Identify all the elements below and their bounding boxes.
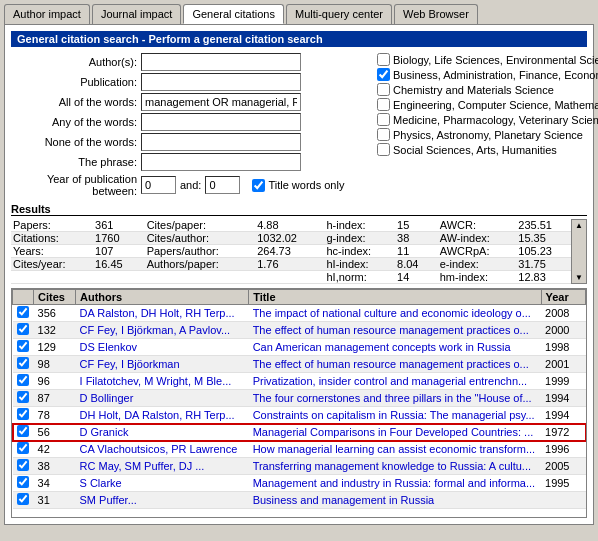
aw-index-label: AW-index: [438,232,517,245]
checkbox-engineering-label: Engineering, Computer Science, Mathemati… [393,99,598,111]
tab-general-citations[interactable]: General citations [183,4,284,24]
checkbox-business-label: Business, Administration, Finance, Econo… [393,69,598,81]
row-authors[interactable]: DH Holt, DA Ralston, RH Terp... [76,407,249,424]
citations-table-container: Cites Authors Title Year 356 DA Ralston,… [11,288,587,518]
row-authors[interactable]: I Filatotchev, M Wright, M Ble... [76,373,249,390]
subject-checkboxes: Biology, Life Sciences, Environmental Sc… [377,53,587,199]
tab-multi-query[interactable]: Multi-query center [286,4,392,24]
row-title[interactable]: Constraints on capitalism in Russia: The… [249,407,541,424]
hi-norm-value: 14 [395,271,438,284]
row-cites: 96 [34,373,76,390]
authors-paper-label: Authors/paper: [145,258,256,271]
row-year: 1999 [541,373,585,390]
col-header-year[interactable]: Year [541,290,585,305]
hi-index-value: 8.04 [395,258,438,271]
row-checkbox[interactable] [17,493,29,505]
row-checkbox-cell [13,492,34,509]
row-authors[interactable]: D Bollinger [76,390,249,407]
row-year: 2008 [541,305,585,322]
hi-norm-label: hI,norm: [324,271,395,284]
row-title[interactable]: The effect of human resource management … [249,322,541,339]
row-title[interactable]: The impact of national culture and econo… [249,305,541,322]
title-words-checkbox[interactable] [252,179,265,192]
author-label: Author(s): [11,56,141,68]
row-cites: 34 [34,475,76,492]
phrase-input[interactable] [141,153,301,171]
any-words-input[interactable] [141,113,301,131]
citations-value: 1760 [93,232,145,245]
scroll-down-icon[interactable]: ▼ [575,273,583,282]
row-checkbox-cell [13,424,34,441]
row-cites: 98 [34,356,76,373]
row-authors[interactable]: DS Elenkov [76,339,249,356]
row-checkbox[interactable] [17,323,29,335]
row-authors[interactable]: RC May, SM Puffer, DJ ... [76,458,249,475]
row-checkbox[interactable] [17,340,29,352]
hi-index-label: hI-index: [324,258,395,271]
row-checkbox[interactable] [17,306,29,318]
table-row: 98 CF Fey, I Bjöorkman The effect of hum… [13,356,586,373]
row-checkbox[interactable] [17,374,29,386]
year-to-input[interactable] [205,176,240,194]
row-checkbox[interactable] [17,425,29,437]
row-authors[interactable]: S Clarke [76,475,249,492]
row-checkbox[interactable] [17,442,29,454]
row-cites: 56 [34,424,76,441]
year-and-label: and: [176,179,205,191]
row-checkbox-cell [13,458,34,475]
row-title[interactable]: The effect of human resource management … [249,356,541,373]
section-title: General citation search - Perform a gene… [11,31,587,47]
row-checkbox-cell [13,356,34,373]
col-header-authors[interactable]: Authors [76,290,249,305]
checkbox-social[interactable] [377,143,390,156]
row-authors[interactable]: CF Fey, I Bjöorkman [76,356,249,373]
results-section: Results Papers: 361 Cites/paper: 4.88 h-… [11,203,587,518]
awcrpa-label: AWCRpA: [438,245,517,258]
row-year: 1994 [541,407,585,424]
row-checkbox[interactable] [17,357,29,369]
tab-journal-impact[interactable]: Journal impact [92,4,182,24]
row-authors[interactable]: CA Vlachoutsicos, PR Lawrence [76,441,249,458]
col-header-title[interactable]: Title [249,290,541,305]
checkbox-business[interactable] [377,68,390,81]
checkbox-physics[interactable] [377,128,390,141]
row-title[interactable]: Can American management concepts work in… [249,339,541,356]
stats-scrollbar[interactable]: ▲ ▼ [571,219,587,284]
row-title[interactable]: The four cornerstones and three pillars … [249,390,541,407]
row-authors[interactable]: CF Fey, I Björkman, A Pavlov... [76,322,249,339]
e-index-label: e-index: [438,258,517,271]
row-title[interactable]: Managerial Comparisons in Four Developed… [249,424,541,441]
author-input[interactable] [141,53,301,71]
row-title[interactable]: Transferring management knowledge to Rus… [249,458,541,475]
row-checkbox[interactable] [17,408,29,420]
checkbox-medicine[interactable] [377,113,390,126]
form-left: Author(s): Publication: All of the words… [11,53,369,199]
tab-author-impact[interactable]: Author impact [4,4,90,24]
tab-bar: Author impact Journal impact General cit… [0,0,598,24]
row-year [541,492,585,509]
row-checkbox[interactable] [17,476,29,488]
col-header-cites[interactable]: Cites [34,290,76,305]
row-checkbox[interactable] [17,391,29,403]
checkbox-chemistry[interactable] [377,83,390,96]
table-row: 87 D Bollinger The four cornerstones and… [13,390,586,407]
publication-input[interactable] [141,73,301,91]
g-index-label: g-index: [324,232,395,245]
tab-web-browser[interactable]: Web Browser [394,4,478,24]
row-checkbox-cell [13,322,34,339]
none-words-input[interactable] [141,133,301,151]
row-authors[interactable]: D Granick [76,424,249,441]
checkbox-biology[interactable] [377,53,390,66]
row-authors[interactable]: SM Puffer... [76,492,249,509]
all-words-input[interactable] [141,93,301,111]
row-title[interactable]: Privatization, insider control and manag… [249,373,541,390]
scroll-up-icon[interactable]: ▲ [575,221,583,230]
row-cites: 38 [34,458,76,475]
checkbox-engineering[interactable] [377,98,390,111]
year-from-input[interactable] [141,176,176,194]
row-title[interactable]: Business and management in Russia [249,492,541,509]
row-title[interactable]: How managerial learning can assist econo… [249,441,541,458]
row-title[interactable]: Management and industry in Russia: forma… [249,475,541,492]
row-checkbox[interactable] [17,459,29,471]
row-authors[interactable]: DA Ralston, DH Holt, RH Terp... [76,305,249,322]
